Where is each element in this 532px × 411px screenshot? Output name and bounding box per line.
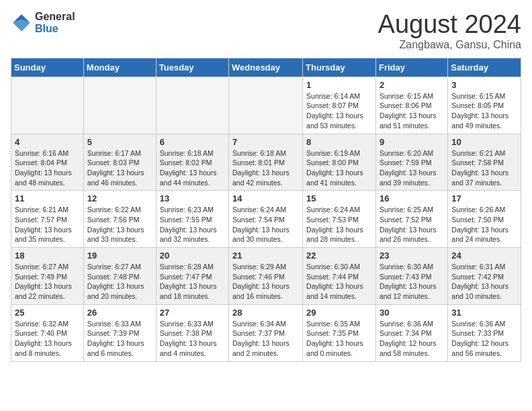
day-number: 30	[380, 308, 444, 318]
calendar-cell: 30Sunrise: 6:36 AM Sunset: 7:34 PM Dayli…	[375, 304, 447, 361]
day-info: Sunrise: 6:23 AM Sunset: 7:55 PM Dayligh…	[160, 205, 225, 244]
calendar-cell: 25Sunrise: 6:32 AM Sunset: 7:40 PM Dayli…	[11, 304, 84, 361]
day-number: 9	[380, 137, 444, 147]
day-info: Sunrise: 6:33 AM Sunset: 7:39 PM Dayligh…	[87, 319, 152, 359]
calendar-cell: 31Sunrise: 6:36 AM Sunset: 7:33 PM Dayli…	[448, 304, 521, 361]
logo-icon	[11, 12, 32, 34]
calendar-week-5: 25Sunrise: 6:32 AM Sunset: 7:40 PM Dayli…	[11, 304, 521, 361]
weekday-header-thursday: Thursday	[303, 58, 376, 77]
calendar-cell: 11Sunrise: 6:21 AM Sunset: 7:57 PM Dayli…	[11, 191, 84, 248]
day-number: 28	[232, 308, 299, 318]
day-info: Sunrise: 6:14 AM Sunset: 8:07 PM Dayligh…	[306, 91, 372, 131]
day-number: 11	[15, 193, 80, 203]
calendar-cell: 7Sunrise: 6:18 AM Sunset: 8:01 PM Daylig…	[229, 134, 303, 191]
calendar-week-2: 4Sunrise: 6:16 AM Sunset: 8:04 PM Daylig…	[11, 134, 521, 191]
title-block: August 2024 Zangbawa, Gansu, China	[378, 11, 521, 51]
logo: General Blue	[11, 11, 75, 34]
day-info: Sunrise: 6:25 AM Sunset: 7:52 PM Dayligh…	[380, 205, 444, 244]
calendar-cell: 1Sunrise: 6:14 AM Sunset: 8:07 PM Daylig…	[303, 77, 376, 134]
weekday-header-row: SundayMondayTuesdayWednesdayThursdayFrid…	[11, 58, 521, 77]
calendar-cell: 8Sunrise: 6:19 AM Sunset: 8:00 PM Daylig…	[303, 134, 376, 191]
calendar-cell: 12Sunrise: 6:22 AM Sunset: 7:56 PM Dayli…	[83, 191, 156, 248]
calendar-cell: 16Sunrise: 6:25 AM Sunset: 7:52 PM Dayli…	[375, 191, 447, 248]
day-info: Sunrise: 6:24 AM Sunset: 7:54 PM Dayligh…	[232, 205, 299, 244]
weekday-header-wednesday: Wednesday	[229, 58, 303, 77]
day-info: Sunrise: 6:24 AM Sunset: 7:53 PM Dayligh…	[306, 205, 372, 244]
calendar-cell: 18Sunrise: 6:27 AM Sunset: 7:49 PM Dayli…	[11, 248, 84, 305]
day-number: 20	[160, 250, 225, 261]
day-info: Sunrise: 6:32 AM Sunset: 7:40 PM Dayligh…	[15, 319, 80, 359]
day-info: Sunrise: 6:21 AM Sunset: 7:57 PM Dayligh…	[15, 205, 80, 244]
month-year-title: August 2024	[378, 11, 521, 39]
day-info: Sunrise: 6:21 AM Sunset: 7:58 PM Dayligh…	[451, 148, 517, 188]
calendar-week-1: 1Sunrise: 6:14 AM Sunset: 8:07 PM Daylig…	[11, 77, 521, 134]
day-number: 6	[160, 137, 225, 147]
calendar-week-4: 18Sunrise: 6:27 AM Sunset: 7:49 PM Dayli…	[11, 248, 521, 305]
day-number: 19	[87, 250, 152, 261]
calendar-cell: 21Sunrise: 6:29 AM Sunset: 7:46 PM Dayli…	[229, 248, 303, 305]
location-subtitle: Zangbawa, Gansu, China	[378, 39, 521, 51]
day-number: 10	[451, 137, 517, 147]
calendar-cell: 20Sunrise: 6:28 AM Sunset: 7:47 PM Dayli…	[156, 248, 228, 305]
day-info: Sunrise: 6:22 AM Sunset: 7:56 PM Dayligh…	[87, 205, 152, 244]
day-number: 17	[451, 193, 517, 203]
logo-text: General Blue	[35, 11, 75, 34]
calendar-cell: 22Sunrise: 6:30 AM Sunset: 7:44 PM Dayli…	[303, 248, 376, 305]
day-info: Sunrise: 6:26 AM Sunset: 7:50 PM Dayligh…	[451, 205, 517, 244]
day-number: 15	[306, 193, 372, 203]
day-info: Sunrise: 6:28 AM Sunset: 7:47 PM Dayligh…	[160, 262, 225, 302]
day-number: 21	[232, 250, 299, 261]
day-info: Sunrise: 6:16 AM Sunset: 8:04 PM Dayligh…	[15, 148, 80, 188]
day-info: Sunrise: 6:30 AM Sunset: 7:43 PM Dayligh…	[380, 262, 444, 302]
calendar-cell: 3Sunrise: 6:15 AM Sunset: 8:05 PM Daylig…	[448, 77, 521, 134]
day-info: Sunrise: 6:31 AM Sunset: 7:42 PM Dayligh…	[451, 262, 517, 302]
weekday-header-tuesday: Tuesday	[156, 58, 228, 77]
day-info: Sunrise: 6:29 AM Sunset: 7:46 PM Dayligh…	[232, 262, 299, 302]
day-info: Sunrise: 6:18 AM Sunset: 8:01 PM Dayligh…	[232, 148, 299, 188]
day-number: 29	[306, 308, 372, 318]
day-info: Sunrise: 6:17 AM Sunset: 8:03 PM Dayligh…	[87, 148, 152, 188]
calendar-cell: 14Sunrise: 6:24 AM Sunset: 7:54 PM Dayli…	[229, 191, 303, 248]
calendar-table: SundayMondayTuesdayWednesdayThursdayFrid…	[11, 58, 521, 362]
calendar-cell: 17Sunrise: 6:26 AM Sunset: 7:50 PM Dayli…	[448, 191, 521, 248]
day-number: 24	[451, 250, 517, 261]
calendar-cell: 10Sunrise: 6:21 AM Sunset: 7:58 PM Dayli…	[448, 134, 521, 191]
day-number: 3	[451, 80, 517, 90]
day-number: 23	[380, 250, 444, 261]
weekday-header-sunday: Sunday	[11, 58, 84, 77]
calendar-cell: 13Sunrise: 6:23 AM Sunset: 7:55 PM Dayli…	[156, 191, 228, 248]
calendar-cell	[156, 77, 228, 134]
day-number: 7	[232, 137, 299, 147]
day-number: 26	[87, 308, 152, 318]
calendar-cell: 5Sunrise: 6:17 AM Sunset: 8:03 PM Daylig…	[83, 134, 156, 191]
day-number: 14	[232, 193, 299, 203]
day-number: 4	[15, 137, 80, 147]
calendar-cell	[229, 77, 303, 134]
day-info: Sunrise: 6:27 AM Sunset: 7:49 PM Dayligh…	[15, 262, 80, 302]
calendar-cell: 27Sunrise: 6:33 AM Sunset: 7:38 PM Dayli…	[156, 304, 228, 361]
page-header: General Blue August 2024 Zangbawa, Gansu…	[11, 11, 521, 51]
calendar-cell: 9Sunrise: 6:20 AM Sunset: 7:59 PM Daylig…	[375, 134, 447, 191]
day-number: 8	[306, 137, 372, 147]
calendar-cell: 23Sunrise: 6:30 AM Sunset: 7:43 PM Dayli…	[375, 248, 447, 305]
day-number: 12	[87, 193, 152, 203]
day-number: 18	[15, 250, 80, 261]
logo-general: General	[35, 11, 75, 23]
day-info: Sunrise: 6:30 AM Sunset: 7:44 PM Dayligh…	[306, 262, 372, 302]
calendar-cell	[83, 77, 156, 134]
weekday-header-monday: Monday	[83, 58, 156, 77]
calendar-cell: 26Sunrise: 6:33 AM Sunset: 7:39 PM Dayli…	[83, 304, 156, 361]
day-number: 5	[87, 137, 152, 147]
day-number: 31	[451, 308, 517, 318]
day-number: 22	[306, 250, 372, 261]
calendar-cell: 24Sunrise: 6:31 AM Sunset: 7:42 PM Dayli…	[448, 248, 521, 305]
day-info: Sunrise: 6:34 AM Sunset: 7:37 PM Dayligh…	[232, 319, 299, 359]
day-info: Sunrise: 6:19 AM Sunset: 8:00 PM Dayligh…	[306, 148, 372, 188]
day-info: Sunrise: 6:33 AM Sunset: 7:38 PM Dayligh…	[160, 319, 225, 359]
calendar-cell: 2Sunrise: 6:15 AM Sunset: 8:06 PM Daylig…	[375, 77, 447, 134]
weekday-header-friday: Friday	[375, 58, 447, 77]
day-info: Sunrise: 6:20 AM Sunset: 7:59 PM Dayligh…	[380, 148, 444, 188]
calendar-cell: 28Sunrise: 6:34 AM Sunset: 7:37 PM Dayli…	[229, 304, 303, 361]
day-info: Sunrise: 6:27 AM Sunset: 7:48 PM Dayligh…	[87, 262, 152, 302]
calendar-week-3: 11Sunrise: 6:21 AM Sunset: 7:57 PM Dayli…	[11, 191, 521, 248]
